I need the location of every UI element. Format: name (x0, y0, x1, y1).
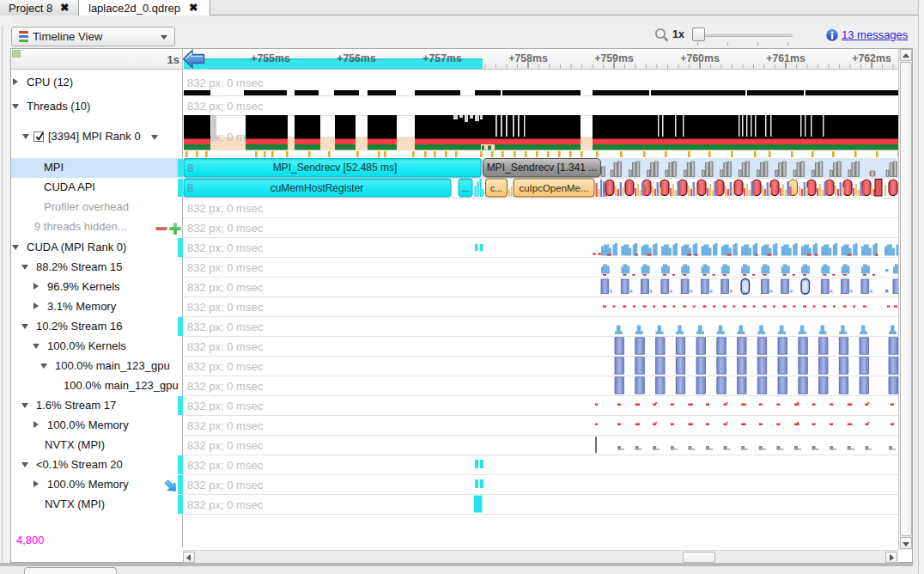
svg-text:c...: c... (490, 183, 502, 193)
svg-text:832 px; 0 msec: 832 px; 0 msec (187, 281, 264, 294)
svg-text:+757ms: +757ms (422, 52, 462, 64)
svg-text:832 px; 0 msec: 832 px; 0 msec (187, 222, 264, 235)
svg-text:832 px; 0 msec: 832 px; 0 msec (187, 301, 264, 314)
svg-text:832 px; 0 msec: 832 px; 0 msec (187, 360, 264, 373)
svg-text:832 px; 0 msec: 832 px; 0 msec (187, 76, 264, 89)
svg-text:832 px; 0 msec: 832 px; 0 msec (187, 459, 264, 472)
svg-text:832 px; 0 msec: 832 px; 0 msec (187, 479, 264, 492)
svg-text:8: 8 (187, 162, 193, 174)
svg-text:+759ms: +759ms (594, 52, 634, 64)
svg-text:+760ms: +760ms (680, 52, 720, 64)
svg-text:832 px; 0 msec: 832 px; 0 msec (187, 202, 264, 215)
svg-text:8: 8 (187, 181, 193, 194)
svg-text:+756ms: +756ms (337, 52, 376, 64)
svg-text:cuIpcOpenMe...: cuIpcOpenMe... (519, 183, 588, 193)
svg-text:832 px; 0 msec: 832 px; 0 msec (187, 400, 264, 412)
svg-text:+761ms: +761ms (766, 52, 805, 64)
svg-text:832 px; 0 msec: 832 px; 0 msec (187, 340, 264, 353)
svg-text:+762ms: +762ms (852, 52, 891, 64)
svg-text:+755ms: +755ms (251, 52, 290, 64)
svg-text:832 px; 0 msec: 832 px; 0 msec (187, 380, 264, 393)
svg-text:832 px; 0 msec: 832 px; 0 msec (187, 439, 264, 452)
svg-text:...: ... (462, 183, 470, 193)
svg-text:MPI_Sendrecv [1.341 ...: MPI_Sendrecv [1.341 ... (487, 162, 598, 174)
svg-text:832 px; 0 msec: 832 px; 0 msec (187, 241, 264, 254)
svg-text:832 px; 0 msec: 832 px; 0 msec (187, 419, 264, 432)
svg-text:+758ms: +758ms (508, 52, 548, 64)
svg-text:832 px; 0 msec: 832 px; 0 msec (187, 261, 264, 274)
svg-text:832 px; 0 msec: 832 px; 0 msec (187, 100, 264, 113)
svg-text:MPI_Sendrecv [52.485 ms]: MPI_Sendrecv [52.485 ms] (273, 162, 398, 174)
svg-text:832 px; 0 msec: 832 px; 0 msec (187, 498, 264, 511)
svg-text:832 px; 0 msec: 832 px; 0 msec (187, 321, 264, 333)
svg-text:cuMemHostRegister: cuMemHostRegister (271, 182, 364, 194)
